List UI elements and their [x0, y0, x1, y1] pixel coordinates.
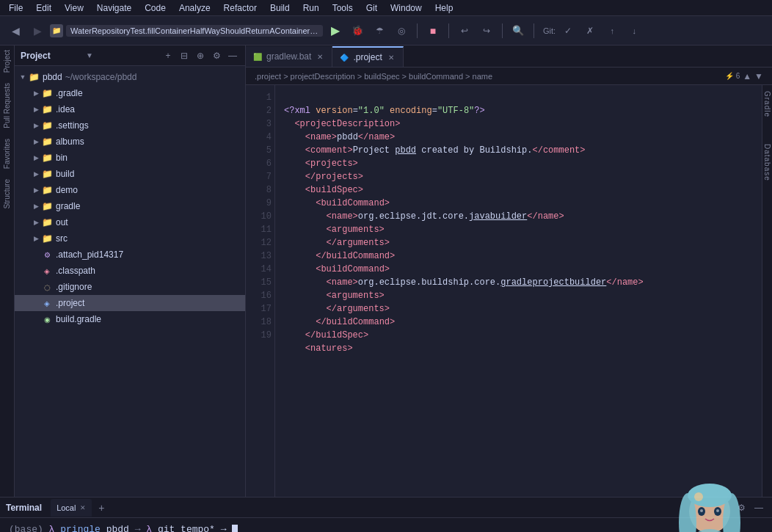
tab-close-gradlew-bat[interactable]: ✕ [316, 52, 324, 62]
undo-button[interactable]: ↩ [455, 21, 474, 40]
tree-arrow-demo: ▶ [31, 185, 41, 195]
tree-arrow-gradle-dir: ▶ [31, 201, 41, 211]
left-tab-project[interactable]: Project [1, 45, 12, 77]
terminal-cursor [232, 525, 238, 532]
collapse-all-icon[interactable]: ⊟ [178, 49, 191, 62]
file-icon-classpath: ◈ [41, 265, 53, 277]
settings-icon[interactable]: ⚙ [210, 49, 223, 62]
terminal-add-button[interactable]: + [95, 501, 108, 514]
back-button[interactable]: ◀ [6, 21, 25, 40]
terminal-panel: Terminal Local ✕ + ⚙ — (base) λ pringle … [0, 497, 772, 532]
menu-edit[interactable]: Edit [30, 1, 57, 15]
tree-root[interactable]: ▼ 📁 pbdd ~/workspace/pbdd [15, 69, 245, 85]
left-tab-structure[interactable]: Structure [1, 175, 12, 214]
project-panel-header: Project ▼ + ⊟ ⊕ ⚙ — [15, 45, 245, 66]
tree-item-label-out: out [56, 217, 68, 227]
tree-item-build[interactable]: ▶ 📁 build [15, 166, 245, 182]
menu-build[interactable]: Build [264, 1, 296, 15]
tree-item-build-gradle[interactable]: ▶ ◉ build.gradle [15, 311, 245, 327]
separator-2 [448, 23, 449, 38]
git-push-button[interactable]: ↑ [602, 21, 622, 40]
terminal-prompt: (base) [9, 524, 49, 532]
profile-button[interactable]: ◎ [392, 21, 411, 40]
tree-item-gradle[interactable]: ▶ 📁 .gradle [15, 85, 245, 101]
terminal-content[interactable]: (base) λ pringle pbdd → λ git tempo* → [0, 518, 772, 532]
tree-item-settings[interactable]: ▶ 📁 .settings [15, 117, 245, 134]
separator-1 [417, 23, 418, 38]
git-check-button[interactable]: ✓ [558, 21, 578, 40]
code-content[interactable]: <?xml version="1.0" encoding="UTF-8"?> <… [275, 85, 762, 497]
collapse-icon[interactable]: ▼ [754, 71, 763, 81]
run-config-selector[interactable]: WaterRepositoryTest.fillContainerHalfWay… [66, 25, 323, 37]
menu-view[interactable]: View [59, 1, 90, 15]
svg-point-11 [700, 509, 703, 512]
menu-git[interactable]: Git [360, 1, 383, 15]
file-icon-attach: ⚙ [41, 249, 53, 260]
menu-run[interactable]: Run [297, 1, 325, 15]
menu-analyze[interactable]: Analyze [173, 1, 216, 15]
tree-item-demo[interactable]: ▶ 📁 demo [15, 182, 245, 198]
menu-window[interactable]: Window [385, 1, 428, 15]
tree-item-albums[interactable]: ▶ 📁 albums [15, 134, 245, 150]
menu-file[interactable]: File [3, 1, 29, 15]
menu-bar: File Edit View Navigate Code Analyze Ref… [0, 0, 772, 16]
search-button[interactable]: 🔍 [509, 21, 528, 40]
terminal-tab-local[interactable]: Local ✕ [51, 499, 92, 517]
tree-item-idea[interactable]: ▶ 📁 .idea [15, 101, 245, 117]
tree-item-classpath[interactable]: ▶ ◈ .classpath [15, 263, 245, 279]
stop-button[interactable]: ■ [423, 21, 443, 40]
tree-item-out[interactable]: ▶ 📁 out [15, 214, 245, 230]
tree-item-bin[interactable]: ▶ 📁 bin [15, 150, 245, 166]
folder-icon-build: 📁 [41, 168, 53, 180]
tree-item-project[interactable]: ▶ ◈ .project [15, 295, 245, 311]
debug-button[interactable]: 🐞 [348, 21, 367, 40]
right-sidebar: Gradle Database [762, 85, 772, 497]
git-pull-button[interactable]: ↓ [624, 21, 644, 40]
menu-tools[interactable]: Tools [327, 1, 359, 15]
menu-navigate[interactable]: Navigate [91, 1, 137, 15]
tree-arrow-out: ▶ [31, 217, 41, 227]
coverage-button[interactable]: ☂ [370, 21, 389, 40]
left-tab-pull-requests[interactable]: Pull Requests [1, 79, 12, 133]
separator-4 [534, 23, 534, 38]
scroll-to-icon[interactable]: ⊕ [194, 49, 207, 62]
structure-count: ⚡ 6 [725, 72, 740, 80]
menu-help[interactable]: Help [429, 1, 459, 15]
left-tab-favorites[interactable]: Favorites [1, 134, 12, 173]
right-sidebar-database[interactable]: Database [762, 138, 772, 187]
tab-project[interactable]: 🔷 .project ✕ [332, 46, 403, 67]
tree-root-label: pbdd [43, 72, 62, 82]
project-icon: 📁 [50, 24, 63, 37]
menu-code[interactable]: Code [139, 1, 172, 15]
tree-item-attach[interactable]: ▶ ⚙ .attach_pid14317 [15, 247, 245, 263]
folder-icon-root: 📁 [28, 71, 40, 83]
redo-button[interactable]: ↪ [477, 21, 496, 40]
tab-icon-bat: 🟩 [253, 53, 262, 61]
file-icon-project: ◈ [41, 297, 53, 309]
tree-item-label-settings: .settings [56, 120, 89, 131]
menu-refactor[interactable]: Refactor [218, 1, 263, 15]
right-sidebar-gradle[interactable]: Gradle [762, 85, 772, 123]
run-button[interactable]: ▶ [326, 21, 345, 40]
tree-item-gitignore[interactable]: ▶ ◌ .gitignore [15, 279, 245, 295]
forward-button[interactable]: ▶ [28, 21, 47, 40]
toolbar: ◀ ▶ 📁 WaterRepositoryTest.fillContainerH… [0, 16, 772, 45]
tree-item-label-demo: demo [56, 185, 78, 195]
terminal-tab-label: Local [57, 503, 76, 512]
tree-item-src[interactable]: ▶ 📁 src [15, 230, 245, 247]
minimize-icon[interactable]: — [226, 49, 239, 62]
terminal-lambda-2: λ [146, 524, 152, 532]
tab-gradlew-bat[interactable]: 🟩 gradlew.bat ✕ [246, 46, 332, 67]
expand-icon[interactable]: ▲ [743, 71, 751, 81]
add-content-icon[interactable]: + [161, 49, 175, 62]
line-numbers: 12345 678910 1112131415 16171819 [246, 85, 275, 497]
project-panel: Project ▼ + ⊟ ⊕ ⚙ — ▼ 📁 pbdd ~/workspace… [15, 45, 246, 497]
terminal-project-1: pbdd [101, 524, 129, 532]
tab-close-project[interactable]: ✕ [387, 53, 396, 62]
tree-item-gradle-dir[interactable]: ▶ 📁 gradle [15, 198, 245, 214]
svg-point-12 [716, 509, 719, 512]
terminal-tab-close[interactable]: ✕ [80, 504, 86, 511]
tree-arrow-settings: ▶ [31, 120, 41, 131]
git-x-button[interactable]: ✗ [580, 21, 600, 40]
tree-item-label-project: .project [56, 298, 84, 308]
